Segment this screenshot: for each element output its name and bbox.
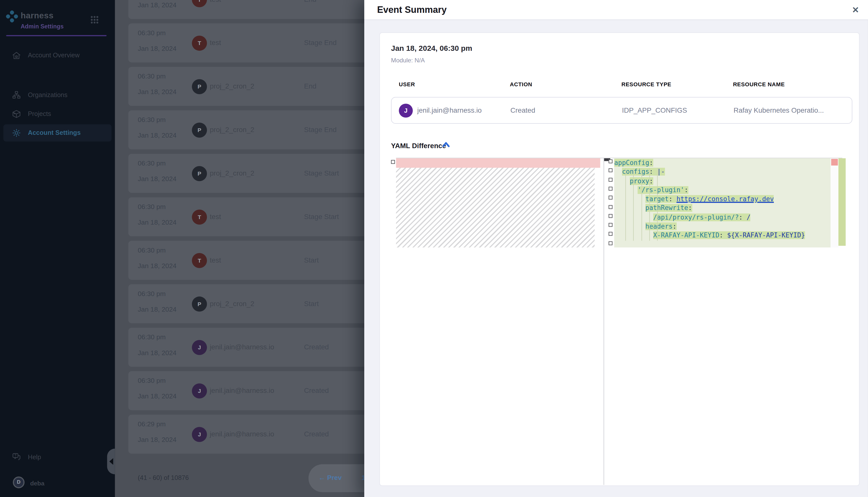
brand-subtitle: Admin Settings [20,23,64,30]
sidebar-item-label: Projects [28,110,51,117]
avatar: J [192,384,207,399]
diff-code-line: appConfig: [614,158,831,167]
diff-code-lines: appConfig: configs: |- proxy: '/rs-plugi… [614,158,831,240]
row-user-name: jenil.jain@harness.io [210,387,274,395]
diff-code-line: headers: [614,222,831,231]
sidebar-item-projects[interactable]: Projects [3,105,111,123]
sidebar-item-label: Account Overview [28,52,80,59]
ruler-removed-marker [831,159,838,166]
diff-line-marker-icon[interactable] [609,196,613,200]
diff-code-line: X-RAFAY-API-KEYID: ${X-RAFAY-API-KEYID} [614,231,831,240]
avatar: P [192,297,207,312]
diff-gutter-squares [609,158,614,249]
indent-guide [633,168,634,241]
yaml-difference-label: YAML Difference [391,142,446,150]
close-icon[interactable]: ✕ [852,5,859,15]
user-avatar: D [13,477,25,488]
indent-guide [649,168,650,241]
diff-line-marker-icon[interactable] [609,214,613,218]
diff-removed-line [396,158,600,168]
event-resource-type: IDP_APP_CONFIGS [622,106,687,114]
event-user: jenil.jain@harness.io [417,106,482,114]
event-summary-panel: Event Summary ✕ Jan 18, 2024, 06:30 pm M… [364,0,868,497]
diff-code-line: target: https://console.rafay.dev [614,195,831,204]
diff-line-marker-icon[interactable] [609,232,613,236]
user-menu[interactable]: D deba [3,475,111,491]
row-user-name: proj_2_cron_2 [210,126,254,134]
help-button[interactable]: ? Help [3,449,111,465]
help-label: Help [28,454,41,460]
prev-button[interactable]: ← Prev [318,474,342,482]
row-user-name: test [210,213,221,221]
panel-title: Event Summary [377,4,446,15]
diff-code-line: '/rs-plugin': [614,186,831,195]
harness-logo-icon [5,10,19,23]
event-module: Module: N/A [391,57,425,63]
row-date: Jan 18, 2024 [138,262,177,270]
row-date: Jan 18, 2024 [138,218,177,226]
yaml-diff-editor: appConfig: configs: |- proxy: '/rs-plugi… [388,158,852,485]
col-header-user: USER [399,82,415,87]
avatar: T [192,0,207,7]
row-action: End [304,83,316,90]
diff-line-marker-icon[interactable] [391,160,395,164]
row-date: Jan 18, 2024 [138,175,177,183]
event-action: Created [511,106,535,114]
user-name: deba [30,480,44,487]
diff-overview-ruler[interactable] [830,158,838,247]
diff-original-pane [396,158,600,247]
row-action: Created [304,387,329,395]
event-card: Jan 18, 2024, 06:30 pm Module: N/A USER … [380,32,860,486]
row-user-name: test [210,39,221,47]
indent-guide [657,168,658,241]
avatar: T [192,36,207,51]
help-chat-icon: ? [12,452,22,462]
diff-line-marker-icon[interactable] [609,178,613,182]
diff-line-marker-icon[interactable] [609,187,613,191]
row-time: 06:30 pm [138,203,166,211]
diff-modified-pane: appConfig: configs: |- proxy: '/rs-plugi… [614,158,831,247]
row-action: Created [304,343,329,351]
avatar: J [399,104,413,117]
chevron-up-icon [442,142,450,148]
sidebar-item-account-settings[interactable]: Account Settings [3,124,111,142]
diff-line-marker-icon[interactable] [609,223,613,227]
avatar: J [192,340,207,355]
row-time: 06:30 pm [138,290,166,298]
row-time: 06:30 pm [138,377,166,385]
cube-icon [12,109,22,119]
indent-guide [625,168,626,241]
diff-line-marker-icon[interactable] [609,205,613,209]
row-action: Stage End [304,126,336,134]
yaml-difference-toggle[interactable]: YAML Difference [391,140,446,149]
home-icon [12,51,22,60]
app-grid-icon[interactable] [91,16,99,24]
brand-row: harness Admin Settings [6,10,109,32]
brand-name: harness [20,11,54,20]
row-time: 06:30 pm [138,116,166,124]
row-time: 06:30 pm [138,159,166,167]
diff-sash[interactable] [604,158,604,485]
col-header-resource-type: RESOURCE TYPE [622,82,671,87]
row-user-name: proj_2_cron_2 [210,300,254,308]
row-action: Stage Start [304,213,339,221]
pagination-range: (41 - 60) of 10876 [138,474,189,481]
diff-line-marker-icon[interactable] [609,241,613,245]
sidebar-item-account-overview[interactable]: Account Overview [3,47,111,64]
row-action: Stage End [304,39,336,47]
arrow-left-icon: ← [318,474,325,482]
sidebar-item-label: Organizations [28,91,68,98]
row-action: Start [304,256,319,264]
event-row: J jenil.jain@harness.io Created IDP_APP_… [391,97,852,124]
diff-line-marker-icon[interactable] [609,159,613,164]
sidebar-item-organizations[interactable]: Organizations [3,86,111,104]
row-date: Jan 18, 2024 [138,1,177,9]
sidebar-collapse-handle[interactable] [107,449,115,474]
row-date: Jan 18, 2024 [138,306,177,313]
diff-line-marker-icon[interactable] [609,169,613,172]
svg-text:?: ? [15,454,17,457]
avatar: P [192,79,207,94]
row-date: Jan 18, 2024 [138,349,177,357]
row-time: 06:29 pm [138,420,166,428]
col-header-action: ACTION [510,82,532,87]
